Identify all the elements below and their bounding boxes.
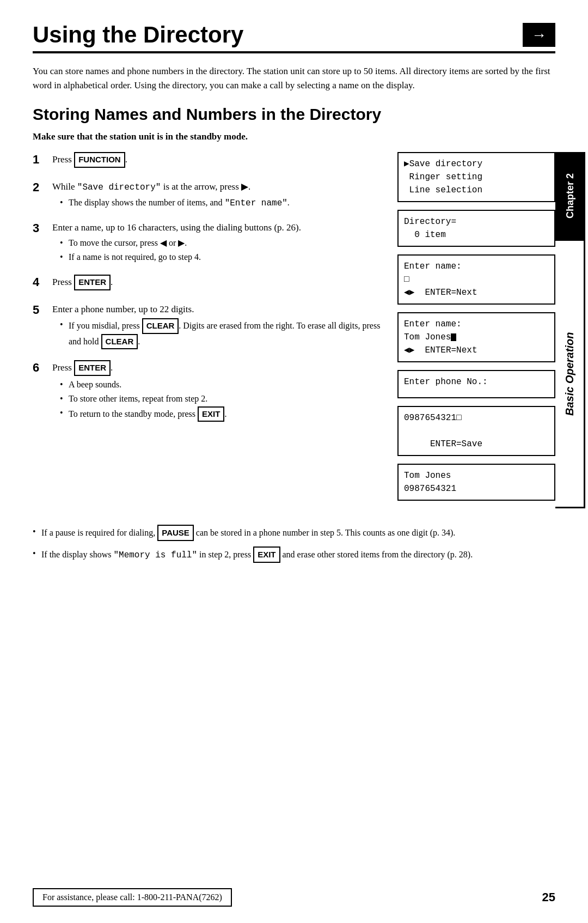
basic-op-tab: Basic Operation: [555, 239, 585, 508]
lcd1-line3: Line selection: [404, 184, 549, 197]
lcd1-line2: Ringer setting: [404, 171, 549, 184]
chapter-tab: Chapter 2: [555, 152, 585, 239]
section-title: Storing Names and Numbers in the Directo…: [33, 105, 555, 124]
page-footer: For assistance, please call: 1-800-211-P…: [33, 888, 555, 907]
step-4: 4 Press ENTER.: [33, 275, 387, 293]
lcd1-line1: ▶Save directory: [404, 157, 549, 171]
lcd3-line2: □: [404, 273, 549, 286]
step-5-bullet-1: If you misdial, press CLEAR. Digits are …: [60, 318, 387, 349]
bottom-note-2: If the display shows "Memory is full" in…: [33, 546, 555, 563]
lcd-screen-4: Enter name: Tom Jones ◀▶ ENTER=Next: [397, 312, 555, 362]
lcd4-line2: Tom Jones: [404, 331, 549, 344]
lcd7-line2: 0987654321: [404, 482, 549, 495]
cursor-block: [451, 333, 456, 341]
step-5-content: Enter a phone number, up to 22 digits. I…: [52, 302, 387, 351]
step-1-content: Press FUNCTION.: [52, 152, 127, 170]
chapter-tab-container: Chapter 2 Basic Operation: [555, 152, 585, 508]
clear-key-1: CLEAR: [142, 318, 179, 334]
step-6-bullet-3: To return to the standby mode, press EXI…: [60, 406, 226, 422]
lcd-screen-7: Tom Jones 0987654321: [397, 464, 555, 501]
step-3-number: 3: [33, 221, 48, 236]
intro-paragraph: You can store names and phone numbers in…: [33, 64, 555, 92]
footer-page-number: 25: [542, 890, 555, 904]
right-column: ▶Save directory Ringer setting Line sele…: [397, 152, 555, 508]
step-5: 5 Enter a phone number, up to 22 digits.…: [33, 302, 387, 351]
step-2-bullet-1: The display shows the number of items, a…: [60, 196, 290, 210]
exit-key-2: EXIT: [253, 546, 280, 563]
lcd4-line3: ◀▶ ENTER=Next: [404, 344, 549, 357]
step-3-bullet-2: If a name is not required, go to step 4.: [60, 251, 301, 264]
step-3: 3 Enter a name, up to 16 characters, usi…: [33, 221, 387, 265]
step-4-number: 4: [33, 275, 48, 290]
step-1: 1 Press FUNCTION.: [33, 152, 387, 170]
step-3-bullet-1: To move the cursor, press ◀ or ▶.: [60, 236, 301, 250]
function-key: FUNCTION: [74, 152, 125, 168]
lcd2-line1: Directory=: [404, 215, 549, 228]
lcd-screen-2: Directory= 0 item: [397, 210, 555, 247]
step-2-content: While "Save directory" is at the arrow, …: [52, 180, 290, 211]
lcd6-line2: [404, 424, 549, 438]
lcd5-line1: Enter phone No.:: [404, 375, 549, 388]
step-6-content: Press ENTER. A beep sounds. To store oth…: [52, 360, 226, 423]
lcd6-line1: 0987654321□: [404, 411, 549, 424]
exit-key-1: EXIT: [198, 406, 224, 422]
basic-op-label: Basic Operation: [564, 332, 576, 415]
enter-key-1: ENTER: [74, 275, 111, 290]
content-area: 1 Press FUNCTION. 2 While "Save director…: [33, 152, 555, 508]
step-3-content: Enter a name, up to 16 characters, using…: [52, 221, 301, 265]
page-header: Using the Directory →: [33, 22, 555, 53]
page-title: Using the Directory: [33, 22, 243, 48]
step-4-content: Press ENTER.: [52, 275, 113, 293]
enter-key-2: ENTER: [74, 360, 111, 376]
chapter-tab-label: Chapter 2: [565, 173, 576, 218]
lcd6-line3: ENTER=Save: [404, 438, 549, 451]
lcd-screen-6: 0987654321□ ENTER=Save: [397, 406, 555, 456]
clear-key-2: CLEAR: [101, 334, 138, 350]
lcd2-line2: 0 item: [404, 228, 549, 241]
step-5-number: 5: [33, 302, 48, 318]
step-6-number: 6: [33, 360, 48, 376]
standby-note: Make sure that the station unit is in th…: [33, 131, 555, 142]
bottom-notes: If a pause is required for dialing, PAUS…: [33, 525, 555, 563]
lcd-screen-1: ▶Save directory Ringer setting Line sele…: [397, 152, 555, 202]
lcd-screen-3: Enter name: □ ◀▶ ENTER=Next: [397, 254, 555, 305]
pause-key: PAUSE: [157, 525, 194, 541]
lcd-screen-5: Enter phone No.:: [397, 370, 555, 398]
step-1-number: 1: [33, 152, 48, 168]
step-2: 2 While "Save directory" is at the arrow…: [33, 180, 387, 211]
lcd3-line3: ◀▶ ENTER=Next: [404, 286, 549, 299]
bottom-note-1: If a pause is required for dialing, PAUS…: [33, 525, 555, 541]
next-arrow-icon: →: [523, 23, 555, 47]
lcd3-line1: Enter name:: [404, 260, 549, 273]
steps-column: 1 Press FUNCTION. 2 While "Save director…: [33, 152, 397, 508]
lcd7-line1: Tom Jones: [404, 469, 549, 482]
step-6-bullet-2: To store other items, repeat from step 2…: [60, 392, 226, 405]
step-6: 6 Press ENTER. A beep sounds. To store o…: [33, 360, 387, 423]
lcd4-line1: Enter name:: [404, 318, 549, 331]
footer-callout: For assistance, please call: 1-800-211-P…: [33, 888, 232, 907]
step-6-bullet-1: A beep sounds.: [60, 378, 226, 391]
step-2-number: 2: [33, 180, 48, 196]
